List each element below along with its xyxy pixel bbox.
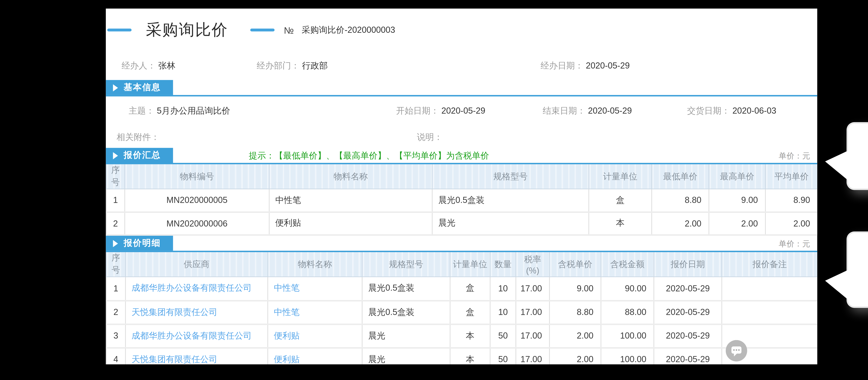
column-header: 序号 — [106, 164, 125, 189]
scale-wrapper: 采购询比价 № 采购询比价-2020000003 经办人： 张林 经办部门： 行… — [0, 0, 868, 380]
screenshot-canvas: 采购询比价 № 采购询比价-2020000003 经办人： 张林 经办部门： 行… — [0, 0, 868, 380]
cell: 17.00 — [516, 348, 550, 365]
cell: 2020-05-29 — [654, 324, 722, 348]
cell: 2020-05-29 — [654, 277, 722, 300]
column-header: 平均单价 — [766, 164, 817, 189]
field-delivery-date: 交货日期： 2020-06-03 — [687, 105, 776, 117]
column-header: 供应商 — [125, 252, 268, 277]
field-label: 说明： — [417, 132, 442, 142]
triangle-icon — [113, 152, 118, 159]
column-header: 最高单价 — [709, 164, 766, 189]
section-header-quote-summary: 报价汇总 提示：【最低单价】、【最高单价】、【平均单价】为含税单价 单价：元 — [106, 148, 817, 164]
cell: 17.00 — [516, 300, 550, 324]
cell: 晨光 — [432, 212, 589, 235]
callout-quote-summary: 报价汇总 — [847, 123, 868, 189]
supplier-link[interactable]: 成都华胜办公设备有限责任公司 — [132, 283, 252, 293]
cell: 10 — [490, 277, 516, 300]
field-label: 相关附件： — [117, 132, 159, 142]
cell: MN2020000006 — [125, 212, 269, 235]
cell — [722, 277, 817, 300]
cell: 2.00 — [709, 212, 766, 235]
comment-bubble-icon[interactable] — [726, 340, 747, 361]
column-header: 报价备注 — [722, 252, 817, 277]
material-link[interactable]: 中性笔 — [274, 307, 300, 317]
column-header: 物料名称 — [269, 164, 432, 189]
cell: 本 — [589, 212, 652, 235]
supplier-link[interactable]: 成都华胜办公设备有限责任公司 — [132, 331, 252, 341]
table-row: 4 天悦集团有限责任公司 便利贴 晨光 本 50 17.00 2.00 100.… — [106, 348, 817, 365]
material-link[interactable]: 中性笔 — [274, 283, 300, 293]
cell: 成都华胜办公设备有限责任公司 — [125, 277, 268, 300]
supplier-link[interactable]: 天悦集团有限责任公司 — [132, 354, 217, 364]
column-header: 规格型号 — [362, 252, 450, 277]
field-attachments: 相关附件： — [117, 132, 159, 144]
triangle-icon — [113, 84, 118, 91]
field-agent-date: 经办日期： 2020-05-29 — [540, 60, 630, 72]
field-label: 经办日期： — [540, 61, 584, 71]
material-link[interactable]: 便利贴 — [274, 331, 300, 341]
section-title: 报价明细 — [124, 237, 161, 249]
field-value: 2020-05-29 — [588, 106, 632, 116]
cell: 100.00 — [601, 324, 654, 348]
cell: 50 — [490, 324, 516, 348]
table-row: 1 成都华胜办公设备有限责任公司 中性笔 晨光0.5盒装 盒 10 17.00 … — [106, 277, 817, 300]
section-header-quote-detail: 报价明细 单价：元 — [106, 236, 817, 252]
column-header: 规格型号 — [432, 164, 589, 189]
field-description: 说明： — [417, 132, 442, 144]
cell: 本 — [450, 324, 490, 348]
agent-row: 经办人： 张林 经办部门： 行政部 经办日期： 2020-05-29 — [106, 60, 817, 71]
column-header: 含税金额 — [601, 252, 654, 277]
column-header: 计量单位 — [589, 164, 652, 189]
column-header: 最低单价 — [652, 164, 709, 189]
cell: 8.80 — [652, 189, 709, 212]
cell: 中性笔 — [269, 189, 432, 212]
cell: 晨光 — [362, 348, 450, 365]
page-title: 采购询比价 — [146, 19, 228, 41]
cell: 2 — [106, 212, 125, 235]
field-label: 经办人： — [122, 61, 156, 71]
document-panel: 采购询比价 № 采购询比价-2020000003 经办人： 张林 经办部门： 行… — [106, 8, 817, 364]
cell: 晨光0.5盒装 — [362, 300, 450, 324]
field-value: 5月办公用品询比价 — [157, 106, 230, 116]
cell: 2 — [106, 300, 125, 324]
section-title: 报价汇总 — [124, 149, 161, 162]
quote-summary-table: 序号 物料编号 物料名称 规格型号 计量单位 最低单价 最高单价 平均单价 1 … — [106, 164, 817, 235]
cell — [722, 300, 817, 324]
material-link[interactable]: 便利贴 — [274, 354, 300, 364]
field-subject: 主题： 5月办公用品询比价 — [129, 105, 230, 117]
quote-detail-table: 序号 供应商 物料名称 规格型号 计量单位 数量 税率(%) 含税单价 含税金额… — [106, 252, 817, 365]
title-dash-left — [107, 29, 132, 31]
title-row: 采购询比价 № 采购询比价-2020000003 — [106, 17, 817, 43]
callout-quote-detail: 报价明细 — [847, 232, 868, 307]
unit-note: 单价：元 — [779, 239, 810, 249]
cell: 2020-05-29 — [654, 300, 722, 324]
field-agent: 经办人： 张林 — [122, 60, 175, 72]
field-value: 2020-05-29 — [441, 106, 485, 116]
column-header: 物料编号 — [125, 164, 269, 189]
cell: 天悦集团有限责任公司 — [125, 348, 268, 365]
column-header: 税率(%) — [516, 252, 550, 277]
cell: 17.00 — [516, 324, 550, 348]
column-header: 数量 — [490, 252, 516, 277]
supplier-link[interactable]: 天悦集团有限责任公司 — [132, 307, 217, 317]
cell: 17.00 — [516, 277, 550, 300]
cell: 9.00 — [550, 277, 601, 300]
cell: 3 — [106, 324, 125, 348]
cell: 盒 — [450, 277, 490, 300]
table-row: 2 天悦集团有限责任公司 中性笔 晨光0.5盒装 盒 10 17.00 8.80… — [106, 300, 817, 324]
cell: 天悦集团有限责任公司 — [125, 300, 268, 324]
column-header: 含税单价 — [550, 252, 601, 277]
field-start-date: 开始日期： 2020-05-29 — [396, 105, 485, 117]
cell: 9.00 — [709, 189, 766, 212]
doc-no-symbol: № — [284, 25, 294, 35]
basic-fields-row-2: 相关附件： 说明： — [106, 132, 817, 143]
column-header: 报价日期 — [654, 252, 722, 277]
cell: 4 — [106, 348, 125, 365]
field-label: 经办部门： — [257, 61, 300, 71]
cell: 便利贴 — [268, 348, 362, 365]
cell: 2020-05-29 — [654, 348, 722, 365]
field-label: 主题： — [129, 106, 154, 116]
cell: 晨光 — [362, 324, 450, 348]
field-label: 开始日期： — [396, 106, 439, 116]
cell: 中性笔 — [268, 277, 362, 300]
